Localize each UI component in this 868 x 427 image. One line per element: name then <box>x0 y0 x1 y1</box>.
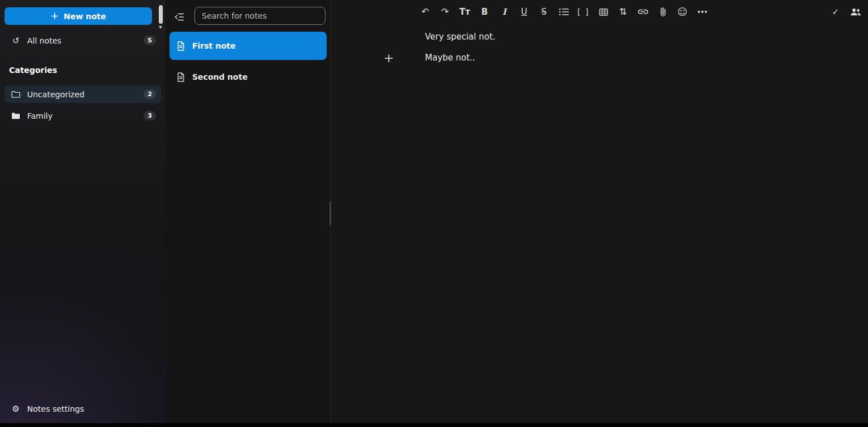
people-icon <box>850 8 861 16</box>
insert-table-button[interactable] <box>593 3 613 20</box>
category-count-badge: 3 <box>144 111 156 120</box>
bold-button[interactable]: B <box>475 3 494 20</box>
note-editor: ↶ ↷ Tᴛ B I U S [ ] ⇅ <box>331 0 868 423</box>
insert-link-button[interactable] <box>633 3 653 20</box>
underline-button[interactable]: U <box>514 3 534 20</box>
notes-settings-label: Notes settings <box>27 404 84 413</box>
attach-file-button[interactable] <box>653 3 672 20</box>
sidebar-item-uncategorized[interactable]: Uncategorized 2 <box>5 85 161 103</box>
category-label: Family <box>27 111 53 120</box>
plus-icon: + <box>384 51 394 65</box>
underline-icon: U <box>521 8 527 16</box>
done-saved-button[interactable]: ✓ <box>826 3 845 20</box>
category-label: Uncategorized <box>27 90 84 99</box>
new-note-label: New note <box>64 12 106 21</box>
note-list-item-second[interactable]: Second note <box>170 63 327 91</box>
categories-heading: Categories <box>9 66 57 75</box>
undo-icon: ↶ <box>422 7 429 16</box>
bullet-list-icon <box>559 8 569 16</box>
link-icon <box>637 9 649 15</box>
all-notes-count-badge: 5 <box>144 36 156 45</box>
collapse-sidebar-button[interactable] <box>171 9 187 24</box>
notes-list-panel: First note Second note <box>165 0 331 423</box>
editor-text-line[interactable]: Maybe not.. <box>425 53 475 63</box>
notes-app-window: + New note ↺ All notes 5 Categories Unca… <box>0 0 868 427</box>
note-title: First note <box>192 41 236 50</box>
redo-button[interactable]: ↷ <box>435 3 455 20</box>
folder-filled-icon <box>10 112 22 119</box>
sidebar-item-all-notes[interactable]: ↺ All notes 5 <box>5 32 161 49</box>
category-count-badge: 2 <box>144 89 156 99</box>
strikethrough-button[interactable]: S <box>534 3 554 20</box>
collaborators-button[interactable] <box>845 3 865 20</box>
toolbar-right-group: ✓ <box>826 3 865 20</box>
note-list-item-first[interactable]: First note <box>170 32 327 60</box>
text-style-button[interactable]: Tᴛ <box>455 3 475 20</box>
table-icon <box>599 8 608 16</box>
undo-button[interactable]: ↶ <box>415 3 435 20</box>
gear-icon: ⚙ <box>10 404 22 414</box>
italic-icon: I <box>502 8 506 16</box>
window-bottom-edge <box>0 423 868 427</box>
vertical-arrows-icon: ⇅ <box>619 7 627 16</box>
note-document-icon <box>177 72 185 82</box>
editor-text-line[interactable]: Very special not. <box>425 32 496 42</box>
emoji-button[interactable]: ☺ <box>672 3 692 20</box>
emoji-smiley-icon: ☺ <box>678 7 688 17</box>
italic-button[interactable]: I <box>494 3 514 20</box>
strikethrough-icon: S <box>541 8 547 16</box>
collapse-navigation-icon <box>174 13 184 21</box>
insert-block-button[interactable]: + <box>380 49 397 66</box>
search-input[interactable] <box>194 7 326 25</box>
panel-resize-handle[interactable] <box>329 201 331 225</box>
sidebar: + New note ↺ All notes 5 Categories Unca… <box>0 0 165 423</box>
text-style-icon: Tᴛ <box>459 8 470 16</box>
all-notes-label: All notes <box>27 36 62 45</box>
note-title: Second note <box>192 72 248 81</box>
history-icon: ↺ <box>10 36 22 46</box>
paperclip-icon <box>659 7 666 17</box>
checkmark-icon: ✓ <box>832 8 839 16</box>
sidebar-scrollbar-thumb[interactable] <box>159 5 163 24</box>
expand-collapse-button[interactable]: ⇅ <box>613 3 633 20</box>
scrollbar-down-arrow-icon[interactable] <box>159 26 162 29</box>
more-options-button[interactable]: ⋯ <box>692 3 712 20</box>
note-document-icon <box>177 41 185 51</box>
checklist-button[interactable]: [ ] <box>574 3 593 20</box>
checkbox-brackets-icon: [ ] <box>578 8 589 16</box>
bold-icon: B <box>481 8 488 16</box>
new-note-button[interactable]: + New note <box>5 7 152 25</box>
ellipsis-icon: ⋯ <box>697 7 708 17</box>
redo-icon: ↷ <box>441 7 449 16</box>
editor-toolbar: ↶ ↷ Tᴛ B I U S [ ] ⇅ <box>331 0 868 24</box>
sidebar-item-family[interactable]: Family 3 <box>5 107 161 124</box>
bullet-list-button[interactable] <box>554 3 574 20</box>
notes-settings-button[interactable]: ⚙ Notes settings <box>5 400 140 417</box>
plus-icon: + <box>50 11 58 21</box>
folder-outline-icon <box>10 90 22 98</box>
